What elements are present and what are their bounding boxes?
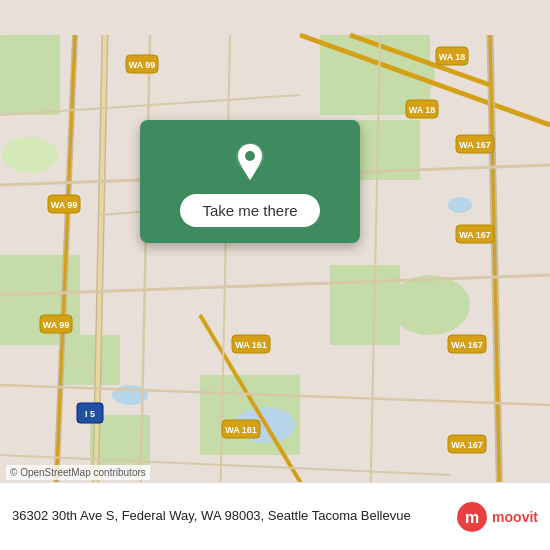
bottom-bar: 36302 30th Ave S, Federal Way, WA 98003,… — [0, 482, 550, 550]
svg-point-14 — [448, 197, 472, 213]
svg-rect-5 — [60, 335, 120, 385]
map-container: WA 99 WA 99 WA 99 WA 18 WA 18 WA 167 WA … — [0, 0, 550, 550]
moovit-logo: m moovit — [456, 501, 538, 533]
svg-text:m: m — [465, 509, 479, 526]
svg-text:WA 99: WA 99 — [129, 60, 156, 70]
svg-text:WA 167: WA 167 — [459, 140, 491, 150]
location-card: Take me there — [140, 120, 360, 243]
svg-point-60 — [245, 151, 255, 161]
svg-rect-10 — [0, 35, 60, 115]
svg-text:WA 18: WA 18 — [439, 52, 466, 62]
svg-text:WA 161: WA 161 — [225, 425, 257, 435]
svg-point-11 — [2, 137, 58, 173]
svg-text:WA 99: WA 99 — [51, 200, 78, 210]
svg-text:WA 167: WA 167 — [451, 440, 483, 450]
svg-text:WA 161: WA 161 — [235, 340, 267, 350]
take-me-there-button[interactable]: Take me there — [180, 194, 319, 227]
svg-point-7 — [390, 275, 470, 335]
svg-text:WA 18: WA 18 — [409, 105, 436, 115]
svg-rect-6 — [330, 265, 400, 345]
svg-text:WA 167: WA 167 — [459, 230, 491, 240]
moovit-text: moovit — [492, 509, 538, 525]
svg-text:I 5: I 5 — [85, 409, 95, 419]
svg-text:WA 167: WA 167 — [451, 340, 483, 350]
address-text: 36302 30th Ave S, Federal Way, WA 98003,… — [12, 507, 446, 525]
moovit-icon: m — [456, 501, 488, 533]
location-pin-icon — [228, 140, 272, 184]
svg-text:WA 99: WA 99 — [43, 320, 70, 330]
map-attribution: © OpenStreetMap contributors — [6, 465, 150, 480]
